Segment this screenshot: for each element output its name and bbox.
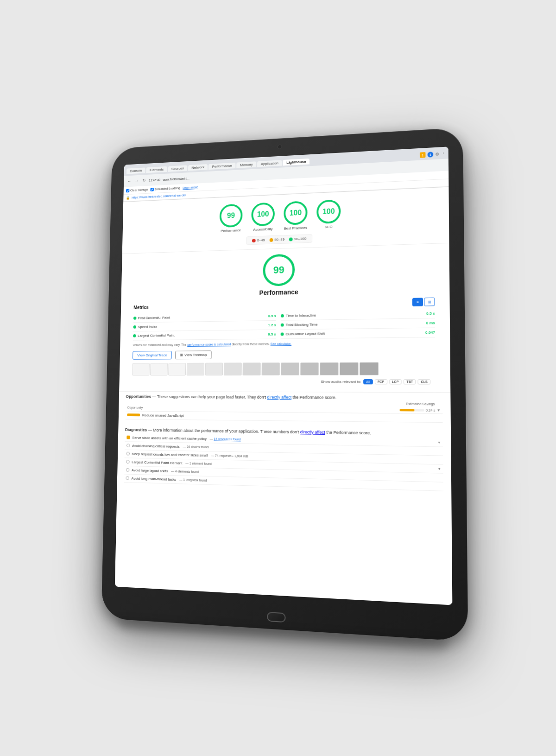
metric-fcp-value: 0.5 s (268, 314, 277, 318)
diag-circle-icon-5 (126, 476, 129, 480)
more-icon[interactable]: ⋮ (441, 151, 446, 156)
filmstrip-frame-9 (281, 362, 299, 375)
view-trace-button[interactable]: View Original Trace (133, 350, 172, 359)
metrics-col-right: Time to Interactive 0.5 s Total Blocking… (281, 309, 436, 339)
tab-lighthouse[interactable]: Lighthouse (283, 158, 310, 165)
savings-bar-fill (400, 408, 415, 411)
view-treemap-button[interactable]: ⊞ View Treemap (175, 350, 212, 359)
metric-lcp-value: 0.5 s (268, 332, 276, 336)
treemap-icon: ⊞ (180, 353, 183, 357)
toggle-grid-view[interactable]: ⊞ (424, 297, 435, 306)
score-best-practices: 100 Best Practices (284, 201, 308, 230)
tablet-device: Console Elements Sources Network Perform… (101, 127, 468, 641)
action-buttons: View Original Trace ⊞ View Treemap (133, 349, 435, 359)
security-icon: 🔒 (126, 196, 130, 200)
filmstrip-frame-6 (224, 362, 242, 375)
tab-console[interactable]: Console (126, 167, 145, 173)
warning-badge: 1 (420, 152, 426, 158)
tab-elements[interactable]: Elements (146, 166, 167, 173)
learn-more-link[interactable]: Learn more (183, 185, 198, 189)
audit-filter-label: Show audits relevant to: (321, 379, 361, 383)
performance-title: Performance (259, 288, 298, 296)
metrics-note: Values are estimated and may vary. The p… (133, 340, 436, 347)
best-practices-circle: 100 (284, 201, 307, 225)
back-button[interactable]: ← (126, 178, 132, 184)
savings-header: Estimated Savings (126, 400, 442, 405)
score-seo: 100 SEO (316, 199, 341, 229)
diag-layout-left: Avoid large layout shifts — 4 elements f… (126, 468, 199, 474)
diagnostics-link[interactable]: directly affect (300, 429, 325, 434)
diag-lcp-elem-left: Largest Contentful Paint element — 1 ele… (126, 459, 212, 465)
tablet-home-button[interactable] (267, 611, 286, 622)
metrics-col-left: First Contentful Paint 0.5 s Speed Index (133, 311, 276, 340)
diag-circle-icon-1 (126, 444, 130, 447)
diag-circle-icon-4 (126, 468, 130, 472)
legend-pass-dot (289, 237, 293, 241)
filter-lcp[interactable]: LCP (389, 379, 402, 384)
filter-fcp[interactable]: FCP (374, 379, 387, 384)
metric-lcp: Largest Contentful Paint 0.5 s (133, 330, 276, 340)
filmstrip-frame-1 (132, 363, 149, 375)
lighthouse-content: 99 Performance 100 Accessibility (115, 187, 452, 594)
performance-big-circle: 99 (263, 254, 295, 286)
tab-memory[interactable]: Memory (236, 161, 256, 168)
metric-cls-value: 0.047 (425, 330, 435, 334)
diag-chaining-info: — 26 chains found (183, 445, 208, 448)
best-practices-label: Best Practices (284, 225, 307, 230)
metric-tti-dot (281, 314, 284, 317)
browser-url-display: www.feelcreated.c... (163, 176, 190, 181)
opp-left: Reduce unused JavaScript (127, 413, 183, 417)
tab-application[interactable]: Application (257, 159, 282, 166)
diag-orange-icon (126, 435, 130, 439)
tab-network[interactable]: Network (188, 164, 208, 171)
legend-fail-dot (252, 238, 256, 242)
metric-fcp-left: First Contentful Paint (133, 315, 170, 320)
filmstrip-frame-10 (300, 362, 319, 375)
score-circles-row: 99 Performance 100 Accessibility (219, 199, 341, 233)
metric-fcp-dot (133, 316, 137, 319)
opportunities-link[interactable]: directly affect (267, 394, 291, 399)
accessibility-label: Accessibility (253, 227, 272, 231)
perf-score-link[interactable]: performance score is calculated (187, 343, 231, 346)
page-url: https://www.feelcreated.com/what-we-do/ (132, 193, 186, 199)
diag-requests-info: — 74 requests • 1,934 KiB (211, 453, 248, 457)
clear-storage-check[interactable]: Clear storage (126, 188, 148, 192)
filter-cls[interactable]: CLS (418, 379, 430, 384)
metric-cls-left: Cumulative Layout Shift (281, 331, 325, 336)
view-toggle: ≡ ⊞ (412, 297, 435, 306)
filmstrip-frame-4 (187, 362, 204, 375)
seo-label: SEO (325, 224, 333, 229)
tablet-body: Console Elements Sources Network Perform… (101, 127, 468, 641)
legend-fail: 0–49 (252, 238, 265, 242)
filmstrip-frame-8 (262, 362, 280, 375)
metric-si-value: 1.2 s (268, 323, 276, 327)
tab-sources[interactable]: Sources (168, 165, 187, 171)
metrics-header: Metrics ≡ ⊞ (133, 297, 435, 311)
metric-tbt-left: Total Blocking Time (281, 322, 318, 327)
legend-average: 50–89 (270, 237, 285, 242)
metric-tbt-value: 0 ms (426, 321, 435, 325)
simulated-throttling-check[interactable]: Simulated throttling (151, 186, 180, 191)
filter-all[interactable]: All (363, 379, 373, 384)
legend-avg-label: 50–89 (274, 237, 284, 242)
toggle-list-view[interactable]: ≡ (412, 298, 423, 306)
tab-performance[interactable]: Performance (208, 162, 235, 169)
legend-pass-label: 98–100 (294, 236, 306, 241)
chevron-down-icon: ▼ (437, 440, 441, 444)
filter-tbt[interactable]: TBT (404, 379, 416, 384)
chevron-down-icon-2: ▼ (438, 467, 442, 470)
tablet-screen: Console Elements Sources Network Perform… (115, 146, 452, 605)
metric-lcp-left: Largest Contentful Paint (133, 333, 175, 338)
performance-label: Performance (221, 228, 241, 233)
diag-circle-icon-2 (126, 451, 130, 455)
score-legend: 0–49 50–89 98–100 (246, 234, 312, 245)
reload-button[interactable]: ↻ (141, 177, 147, 184)
metric-tbt-dot (281, 323, 284, 326)
forward-button[interactable]: → (134, 178, 140, 184)
filmstrip-row (132, 362, 435, 375)
diag-long-tasks-left: Avoid long main-thread tasks — 1 long ta… (126, 476, 207, 482)
calculator-link[interactable]: See calculator. (271, 342, 291, 345)
diagnostics-section: Diagnostics — More information about the… (117, 422, 452, 494)
audit-filter-row: Show audits relevant to: All FCP LCP TBT… (132, 377, 436, 386)
settings-icon[interactable]: ⚙ (435, 152, 439, 156)
